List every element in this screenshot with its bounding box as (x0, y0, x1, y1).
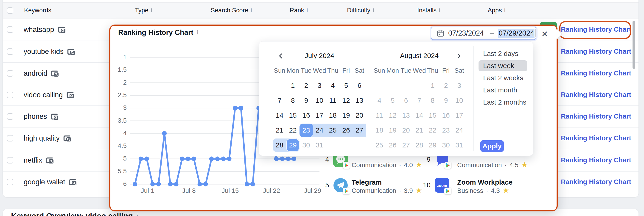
range-start-day[interactable]: 23 (300, 124, 313, 137)
calendar-day-10[interactable]: 10 (452, 94, 466, 107)
live-search-icon[interactable] (68, 178, 77, 186)
preset-last-2-weeks[interactable]: Last 2 weeks (478, 72, 527, 83)
range-end-day[interactable]: 29 (286, 139, 300, 152)
calendar-day-23[interactable]: 23 (300, 124, 313, 137)
calendar-day-2[interactable]: 2 (439, 79, 452, 92)
row-checkbox[interactable] (7, 135, 13, 142)
calendar-day-21[interactable]: 21 (413, 124, 426, 137)
calendar-day-4[interactable]: 4 (373, 94, 386, 107)
calendar-day-7[interactable]: 7 (273, 94, 286, 107)
live-search-icon[interactable] (58, 26, 66, 33)
live-search-icon[interactable] (50, 113, 58, 120)
select-all-checkbox[interactable] (7, 7, 13, 14)
calendar-day-25[interactable]: 25 (373, 139, 386, 152)
calendar-day-29[interactable]: 29 (426, 139, 439, 152)
column-header-rank[interactable]: Ranki (290, 2, 308, 18)
calendar-day-19[interactable]: 19 (386, 124, 399, 137)
calendar-day-27[interactable]: 27 (399, 139, 413, 152)
calendar-day-10[interactable]: 10 (313, 94, 326, 107)
calendar-day-19[interactable]: 19 (340, 109, 353, 122)
calendar-day-24[interactable]: 24 (452, 124, 466, 137)
column-header-type[interactable]: Typei (135, 2, 152, 18)
info-icon[interactable]: i (439, 7, 440, 13)
app-name[interactable]: Zoom Workplace (457, 178, 512, 186)
date-range-input[interactable]: 07/23/2024 – 07/29/2024 (431, 27, 536, 40)
calendar-day-24[interactable]: 24 (313, 124, 326, 137)
info-icon[interactable]: i (151, 7, 152, 13)
live-search-icon[interactable] (66, 91, 74, 99)
calendar-day-26[interactable]: 26 (340, 124, 353, 137)
calendar-day-20[interactable]: 20 (353, 109, 366, 122)
calendar-day-26[interactable]: 26 (386, 139, 399, 152)
calendar-day-9[interactable]: 9 (300, 94, 313, 107)
ranking-history-chart-link[interactable]: Ranking History Chart (561, 156, 631, 164)
calendar-day-28[interactable]: 28 (273, 139, 286, 152)
row-checkbox[interactable] (7, 48, 13, 55)
close-icon[interactable]: ✕ (539, 29, 550, 39)
calendar-day-8[interactable]: 8 (426, 94, 439, 107)
info-icon[interactable]: i (373, 7, 374, 13)
calendar-day-14[interactable]: 14 (273, 109, 286, 122)
preset-last-2-months[interactable]: Last 2 months (478, 97, 527, 108)
calendar-day-12[interactable]: 12 (340, 94, 353, 107)
live-search-icon[interactable] (50, 70, 59, 77)
row-checkbox[interactable] (7, 179, 13, 185)
column-header-difficulty[interactable]: Difficultyi (347, 2, 374, 18)
calendar-day-4[interactable]: 4 (326, 79, 340, 92)
calendar-day-11[interactable]: 11 (373, 109, 386, 122)
calendar-day-30[interactable]: 30 (439, 139, 452, 152)
telegram-icon[interactable] (333, 178, 348, 193)
row-checkbox[interactable] (7, 113, 13, 120)
calendar-day-6[interactable]: 6 (399, 94, 413, 107)
calendar-day-31[interactable]: 31 (313, 139, 326, 152)
apply-button[interactable]: Apply (480, 140, 504, 152)
calendar-day-13[interactable]: 13 (399, 109, 413, 122)
info-icon[interactable]: i (306, 7, 308, 13)
calendar-day-17[interactable]: 17 (452, 109, 466, 122)
zoom-icon[interactable]: zoom (435, 178, 450, 193)
ranking-history-chart-link[interactable]: Ranking History Chart (561, 48, 631, 55)
calendar-day-14[interactable]: 14 (413, 109, 426, 122)
calendar-day-27[interactable]: 27 (353, 124, 366, 137)
calendar-day-22[interactable]: 22 (426, 124, 439, 137)
calendar-day-16[interactable]: 16 (300, 109, 313, 122)
calendar-day-9[interactable]: 9 (439, 94, 452, 107)
row-checkbox[interactable] (7, 26, 13, 33)
row-checkbox[interactable] (7, 92, 13, 98)
live-search-icon[interactable] (46, 157, 54, 164)
column-header-search-score[interactable]: Search Scorei (211, 2, 252, 18)
ranking-history-chart-link[interactable]: Ranking History Chart (561, 113, 631, 120)
row-checkbox[interactable] (7, 157, 13, 164)
calendar-day-20[interactable]: 20 (399, 124, 413, 137)
calendar-day-30[interactable]: 30 (300, 139, 313, 152)
calendar-day-29[interactable]: 29 (286, 139, 300, 152)
calendar-day-22[interactable]: 22 (286, 124, 300, 137)
column-header-installs[interactable]: Installsi (417, 2, 440, 18)
calendar-day-5[interactable]: 5 (386, 94, 399, 107)
calendar-day-13[interactable]: 13 (353, 94, 366, 107)
info-icon[interactable]: i (136, 213, 138, 216)
calendar-day-5[interactable]: 5 (340, 79, 353, 92)
info-icon[interactable]: i (197, 30, 198, 35)
calendar-day-2[interactable]: 2 (300, 79, 313, 92)
row-checkbox[interactable] (7, 70, 13, 77)
live-search-icon[interactable] (63, 135, 71, 142)
app-name[interactable]: Telegram (352, 178, 382, 186)
calendar-day-16[interactable]: 16 (439, 109, 452, 122)
calendar-day-3[interactable]: 3 (452, 79, 466, 92)
calendar-day-8[interactable]: 8 (286, 94, 300, 107)
calendar-day-18[interactable]: 18 (326, 109, 340, 122)
calendar-day-3[interactable]: 3 (313, 79, 326, 92)
preset-last-2-days[interactable]: Last 2 days (478, 48, 527, 59)
calendar-day-1[interactable]: 1 (426, 79, 439, 92)
calendar-day-21[interactable]: 21 (273, 124, 286, 137)
info-icon[interactable]: i (504, 7, 506, 13)
calendar-day-15[interactable]: 15 (286, 109, 300, 122)
preset-last-month[interactable]: Last month (478, 85, 527, 96)
column-header-apps[interactable]: Appsi (488, 2, 506, 18)
calendar-day-18[interactable]: 18 (373, 124, 386, 137)
column-header-keywords[interactable]: Keywords (24, 2, 52, 18)
date-start-value[interactable]: 07/23/2024 (448, 29, 484, 37)
ranking-history-chart-link[interactable]: Ranking History Chart (561, 178, 631, 186)
ranking-history-chart-link[interactable]: Ranking History Chart (561, 69, 631, 77)
